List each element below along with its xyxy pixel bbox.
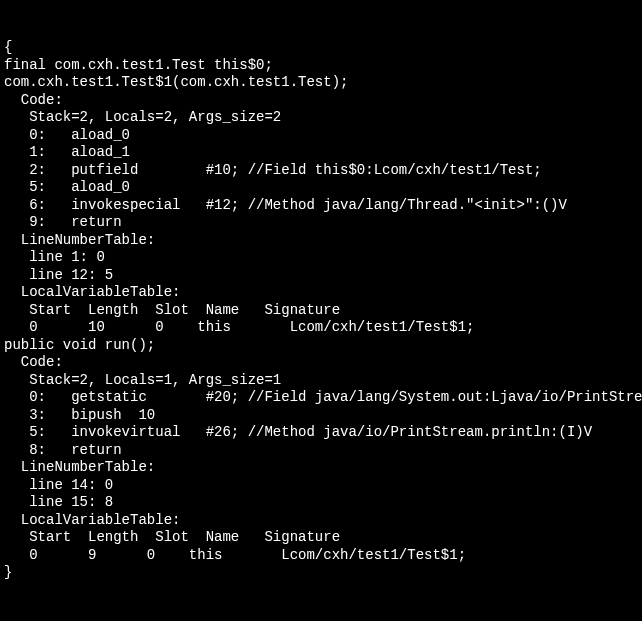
code-line: 9: return	[4, 214, 638, 232]
code-line: 6: invokespecial #12; //Method java/lang…	[4, 197, 638, 215]
code-line: }	[4, 564, 638, 582]
code-line: 0: getstatic #20; //Field java/lang/Syst…	[4, 389, 638, 407]
code-line: final com.cxh.test1.Test this$0;	[4, 57, 638, 75]
code-line: 0 9 0 this Lcom/cxh/test1/Test$1;	[4, 547, 638, 565]
code-line: Code:	[4, 92, 638, 110]
code-line: Start Length Slot Name Signature	[4, 529, 638, 547]
code-line: 5: aload_0	[4, 179, 638, 197]
code-line: 2: putfield #10; //Field this$0:Lcom/cxh…	[4, 162, 638, 180]
code-line: com.cxh.test1.Test$1(com.cxh.test1.Test)…	[4, 74, 638, 92]
code-line: Code:	[4, 354, 638, 372]
code-line: LineNumberTable:	[4, 232, 638, 250]
code-line: LineNumberTable:	[4, 459, 638, 477]
code-line: 8: return	[4, 442, 638, 460]
code-line: Start Length Slot Name Signature	[4, 302, 638, 320]
code-line: 3: bipush 10	[4, 407, 638, 425]
code-line: line 12: 5	[4, 267, 638, 285]
code-line: {	[4, 39, 638, 57]
code-line: Stack=2, Locals=2, Args_size=2	[4, 109, 638, 127]
code-line: 5: invokevirtual #26; //Method java/io/P…	[4, 424, 638, 442]
code-line: 1: aload_1	[4, 144, 638, 162]
code-line: 0 10 0 this Lcom/cxh/test1/Test$1;	[4, 319, 638, 337]
code-line: line 14: 0	[4, 477, 638, 495]
code-line: 0: aload_0	[4, 127, 638, 145]
code-line: public void run();	[4, 337, 638, 355]
code-line: line 15: 8	[4, 494, 638, 512]
code-line: Stack=2, Locals=1, Args_size=1	[4, 372, 638, 390]
code-line: LocalVariableTable:	[4, 284, 638, 302]
terminal-output: {final com.cxh.test1.Test this$0;com.cxh…	[4, 39, 638, 582]
code-line: line 1: 0	[4, 249, 638, 267]
code-line: LocalVariableTable:	[4, 512, 638, 530]
